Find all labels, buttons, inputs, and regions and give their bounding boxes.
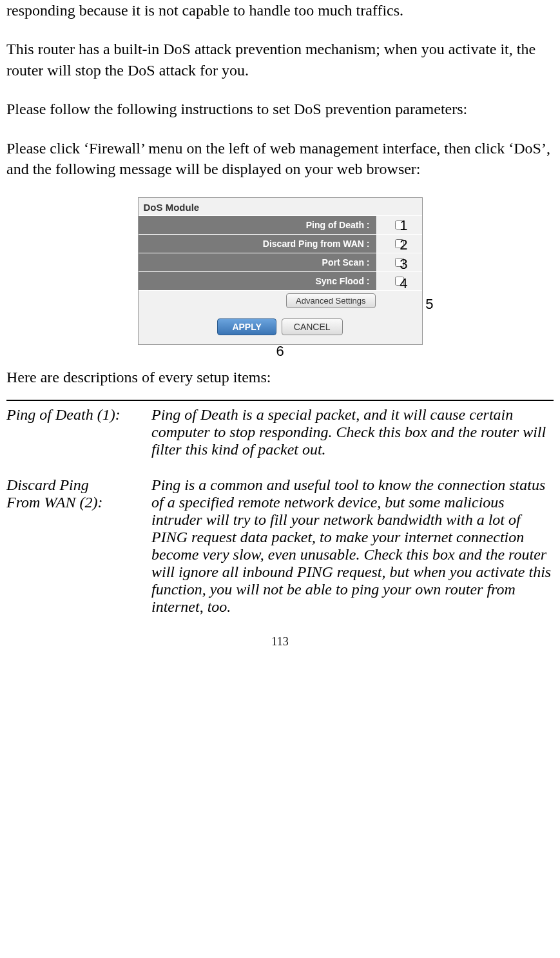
- annotation-6: 6: [276, 343, 284, 360]
- annotation-3: 3: [400, 256, 407, 273]
- advanced-settings-button[interactable]: Advanced Settings: [286, 293, 375, 308]
- sync-flood-label: Sync Flood :: [139, 272, 377, 290]
- intro-paragraph-cont: responding because it is not capable to …: [6, 0, 554, 21]
- description-discard-ping: Discard Ping From WAN (2): Ping is a com…: [6, 476, 554, 616]
- dos-row-port-scan: Port Scan :: [139, 253, 422, 271]
- annotation-4: 4: [400, 275, 407, 292]
- annotation-5: 5: [425, 296, 433, 313]
- dos-row-discard-ping: Discard Ping from WAN :: [139, 234, 422, 253]
- intro-paragraph-3: Please click ‘Firewall’ menu on the left…: [6, 138, 554, 180]
- dos-row-sync-flood: Sync Flood :: [139, 271, 422, 290]
- page-number: 113: [6, 635, 554, 649]
- discard-ping-desc-label-line1: Discard Ping: [6, 476, 89, 493]
- discard-ping-desc-content-rest: the connection status of a specified rem…: [151, 476, 551, 615]
- port-scan-label: Port Scan :: [139, 253, 377, 271]
- dos-module-screenshot: DoS Module Ping of Death : Discard Ping …: [6, 197, 554, 345]
- discard-ping-desc-content: Ping is a common and useful tool to know…: [151, 476, 554, 616]
- ping-of-death-label: Ping of Death :: [139, 216, 377, 234]
- discard-ping-label: Discard Ping from WAN :: [139, 235, 377, 253]
- cancel-button[interactable]: CANCEL: [282, 318, 343, 335]
- discard-ping-desc-label-line2: From WAN (2):: [6, 494, 102, 511]
- discard-ping-desc-label: Discard Ping From WAN (2):: [6, 476, 151, 616]
- annotation-1: 1: [400, 217, 407, 234]
- dos-row-ping-of-death: Ping of Death :: [139, 215, 422, 234]
- apply-cancel-row: APPLY CANCEL: [139, 311, 422, 344]
- apply-button[interactable]: APPLY: [217, 318, 276, 335]
- advanced-settings-row: Advanced Settings: [139, 290, 422, 311]
- dos-module-title: DoS Module: [139, 198, 422, 215]
- ping-of-death-desc-label: Ping of Death (1):: [6, 406, 151, 458]
- dos-module-panel: DoS Module Ping of Death : Discard Ping …: [138, 197, 423, 345]
- items-intro: Here are descriptions of every setup ite…: [6, 367, 554, 387]
- intro-paragraph-1: This router has a built-in DoS attack pr…: [6, 39, 554, 81]
- description-rule: [6, 400, 554, 401]
- description-ping-of-death: Ping of Death (1): Ping of Death is a sp…: [6, 406, 554, 458]
- annotation-2: 2: [400, 237, 407, 253]
- intro-paragraph-2: Please follow the following instructions…: [6, 99, 554, 119]
- discard-ping-desc-content-line1: Ping is a common and useful tool to know: [151, 476, 411, 493]
- ping-of-death-desc-content: Ping of Death is a special packet, and i…: [151, 406, 554, 458]
